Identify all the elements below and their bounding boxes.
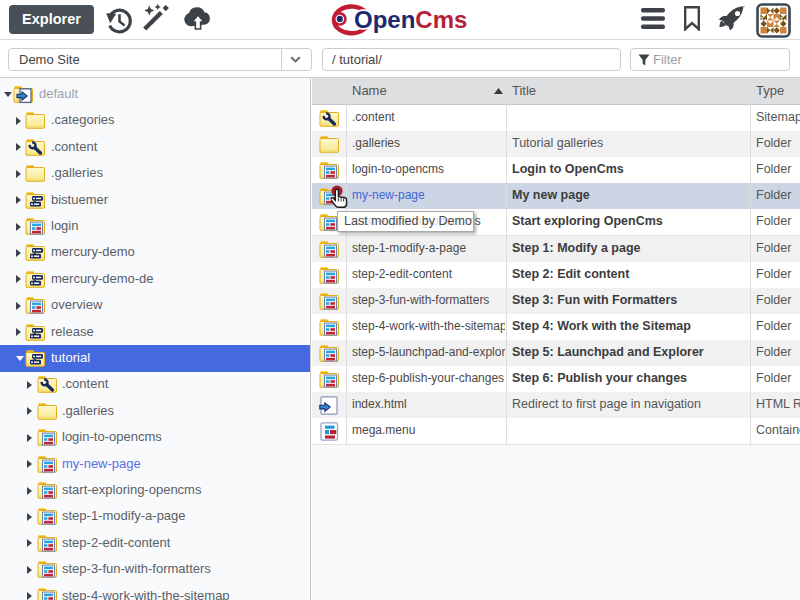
svg-text:OpenCms: OpenCms: [354, 6, 467, 33]
